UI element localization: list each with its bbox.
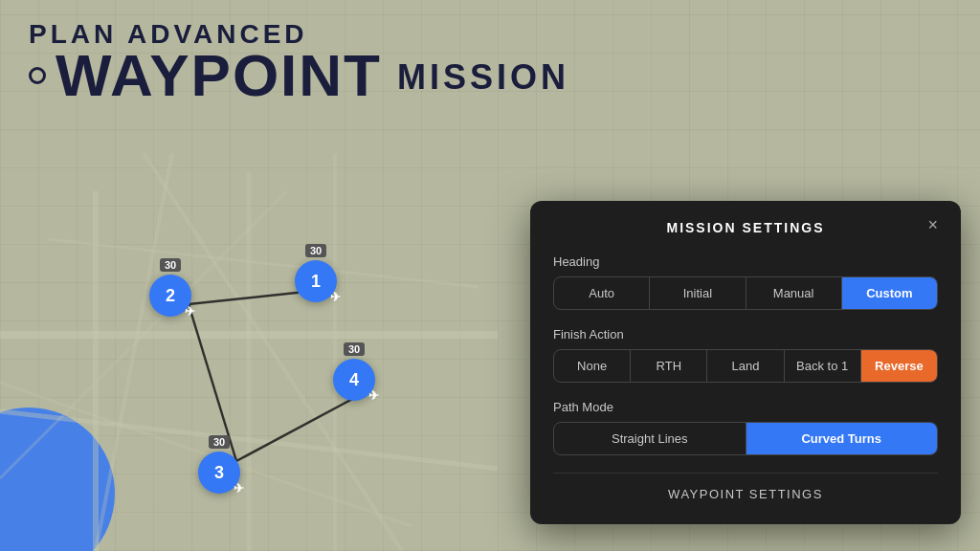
waypoint-4[interactable]: 30 4 xyxy=(333,342,375,401)
finish-action-section: Finish Action None RTH Land Back to 1 Re… xyxy=(553,327,938,383)
heading-label: Heading xyxy=(553,254,938,269)
waypoint-3[interactable]: 30 3 xyxy=(198,435,240,494)
waypoint-4-altitude: 30 xyxy=(344,342,365,356)
finish-rth-btn[interactable]: RTH xyxy=(631,350,707,382)
heading-btn-group: Auto Initial Manual Custom xyxy=(553,276,938,310)
settings-panel: MISSION SETTINGS × Heading Auto Initial … xyxy=(530,201,961,524)
path-curved-btn[interactable]: Curved Turns xyxy=(746,423,938,454)
waypoint-4-circle[interactable]: 4 xyxy=(333,359,375,401)
waypoint-2[interactable]: 30 2 xyxy=(149,258,191,317)
finish-land-btn[interactable]: Land xyxy=(707,350,784,382)
mission-label: MISSION xyxy=(397,57,569,105)
heading-initial-btn[interactable]: Initial xyxy=(650,277,746,309)
waypoint-1-circle[interactable]: 1 xyxy=(295,260,337,302)
waypoint-1[interactable]: 30 1 xyxy=(295,244,337,302)
heading-manual-btn[interactable]: Manual xyxy=(746,277,842,309)
finish-reverse-btn[interactable]: Reverse xyxy=(861,350,937,382)
finish-none-btn[interactable]: None xyxy=(554,350,631,382)
finish-back1-btn[interactable]: Back to 1 xyxy=(785,350,861,382)
heading-custom-btn[interactable]: Custom xyxy=(842,277,937,309)
path-straight-btn[interactable]: Straight Lines xyxy=(554,423,746,454)
waypoint-label: WAYPOINT xyxy=(56,46,382,105)
waypoint-2-altitude: 30 xyxy=(160,258,181,272)
settings-header: MISSION SETTINGS × xyxy=(553,220,938,235)
waypoint-3-altitude: 30 xyxy=(209,435,230,449)
path-mode-label: Path Mode xyxy=(553,400,938,414)
heading-auto-btn[interactable]: Auto xyxy=(554,277,650,309)
path-mode-section: Path Mode Straight Lines Curved Turns xyxy=(553,400,938,455)
header: PLAN ADVANCED WAYPOINT MISSION xyxy=(29,19,569,105)
close-button[interactable]: × xyxy=(927,216,938,233)
heading-section: Heading Auto Initial Manual Custom xyxy=(553,254,938,310)
waypoint-3-circle[interactable]: 3 xyxy=(198,452,240,494)
header-dot-icon xyxy=(29,67,46,84)
waypoint-1-altitude: 30 xyxy=(305,244,326,257)
path-mode-btn-group: Straight Lines Curved Turns xyxy=(553,422,938,455)
waypoint-settings-btn[interactable]: WAYPOINT SETTINGS xyxy=(553,487,938,501)
divider xyxy=(553,473,938,474)
waypoint-2-circle[interactable]: 2 xyxy=(149,275,191,317)
finish-action-btn-group: None RTH Land Back to 1 Reverse xyxy=(553,349,938,383)
settings-title: MISSION SETTINGS xyxy=(666,220,824,235)
finish-action-label: Finish Action xyxy=(553,327,938,342)
